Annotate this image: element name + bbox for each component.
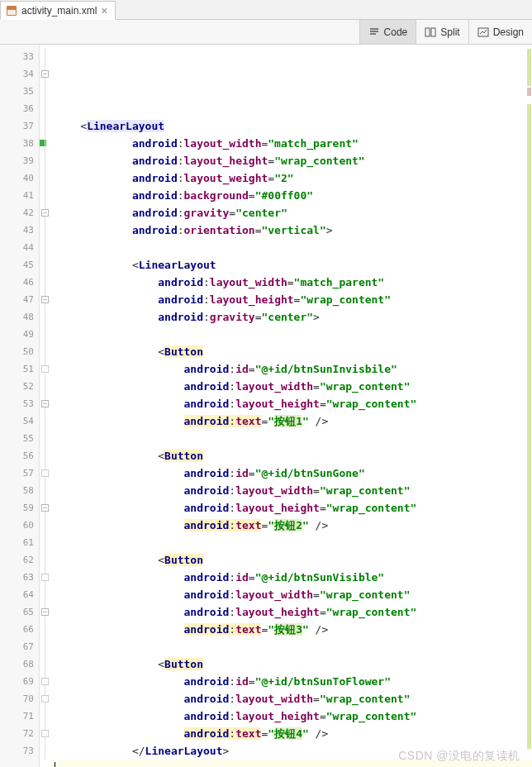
fold-toggle-icon[interactable]: − <box>41 296 49 303</box>
code-line[interactable]: android:text="按钮1" /> <box>51 412 532 430</box>
code-line[interactable]: android:id="@+id/btnSunInvisbile" <box>51 360 532 378</box>
code-line[interactable]: android:background="#00ff00" <box>51 187 532 204</box>
line-number: 38 <box>0 135 39 152</box>
code-line[interactable]: android:layout_width="match_parent" <box>51 274 532 291</box>
code-line[interactable]: android:layout_height="wrap_content" <box>51 603 532 621</box>
gutter: 3334353637383940414243444546474849505152… <box>0 45 40 767</box>
file-tab[interactable]: activity_main.xml × <box>0 1 116 20</box>
code-line[interactable]: <Button <box>51 343 532 360</box>
fold-toggle-icon[interactable]: − <box>41 504 49 512</box>
code-line[interactable]: android:text="按钮2" /> <box>51 517 532 534</box>
line-number: 42 <box>0 204 39 222</box>
line-number: 71 <box>0 707 39 725</box>
code-line[interactable]: android:layout_weight="2" <box>51 169 532 187</box>
code-line[interactable]: android:text="按钮3" /> <box>51 621 532 638</box>
line-number: 53 <box>0 395 39 412</box>
code-line[interactable]: android:gravity="center" <box>51 204 532 222</box>
code-column[interactable]: <LinearLayout android:layout_width="matc… <box>51 45 532 767</box>
fold-cell <box>40 673 51 690</box>
fold-cell <box>40 725 51 742</box>
line-number: 33 <box>0 48 39 65</box>
fold-cell <box>40 655 51 673</box>
line-number: 60 <box>0 517 39 534</box>
line-number: 40 <box>0 169 39 187</box>
code-line[interactable]: <LinearLayout <box>51 256 532 274</box>
fold-cell <box>40 707 51 725</box>
fold-end-icon <box>41 574 49 581</box>
fold-cell: − <box>40 65 51 83</box>
fold-toggle-icon[interactable]: − <box>41 70 49 78</box>
split-view-label: Split <box>440 26 459 38</box>
design-view-button[interactable]: Design <box>468 20 532 44</box>
line-number: 58 <box>0 482 39 499</box>
code-line[interactable]: android:layout_height="wrap_content" <box>51 152 532 169</box>
fold-cell <box>40 83 51 100</box>
code-line[interactable]: android:layout_height="wrap_content" <box>51 499 532 517</box>
code-line[interactable]: android:layout_width="wrap_content" <box>51 482 532 499</box>
code-line[interactable]: android:layout_height="wrap_content" <box>51 707 532 725</box>
fold-cell <box>40 430 51 447</box>
line-number: 59 <box>0 499 39 517</box>
fold-cell <box>40 256 51 274</box>
code-line[interactable]: </LinearLayout> <box>51 742 532 760</box>
code-line[interactable]: android:text="按钮4" /> <box>51 725 532 742</box>
code-icon <box>368 26 380 38</box>
fold-toggle-icon[interactable]: − <box>41 400 49 407</box>
editor-area: 3334353637383940414243444546474849505152… <box>0 45 532 767</box>
fold-cell <box>40 152 51 169</box>
code-line[interactable] <box>51 239 532 256</box>
fold-end-icon <box>41 695 49 703</box>
fold-cell: − <box>40 499 51 517</box>
fold-toggle-icon[interactable]: − <box>41 608 49 616</box>
tab-bar: activity_main.xml × <box>0 0 532 20</box>
fold-cell <box>40 274 51 291</box>
code-line[interactable]: android:orientation="vertical"> <box>51 222 532 239</box>
code-line[interactable]: <Button <box>51 655 532 673</box>
code-line[interactable] <box>51 326 532 343</box>
line-number: 70 <box>0 690 39 707</box>
fold-cell <box>40 586 51 603</box>
code-line[interactable] <box>51 638 532 655</box>
code-line[interactable]: <LinearLayout <box>51 117 532 135</box>
fold-cell <box>40 517 51 534</box>
code-line[interactable]: android:layout_width="wrap_content" <box>51 690 532 707</box>
fold-cell <box>40 569 51 586</box>
line-number: 65 <box>0 603 39 621</box>
code-line[interactable]: android:id="@+id/btnSunToFlower" <box>51 673 532 690</box>
code-line[interactable] <box>51 430 532 447</box>
fold-toggle-icon[interactable]: − <box>41 209 49 217</box>
code-line[interactable] <box>51 100 532 117</box>
fold-cell <box>40 742 51 760</box>
code-line[interactable]: android:id="@+id/btnSunGone" <box>51 464 532 482</box>
fold-cell <box>40 621 51 638</box>
line-number: 67 <box>0 638 39 655</box>
code-line[interactable] <box>51 760 532 767</box>
code-line[interactable]: android:layout_width="wrap_content" <box>51 378 532 395</box>
code-line[interactable]: <Button <box>51 551 532 569</box>
line-number: 49 <box>0 326 39 343</box>
line-number: 64 <box>0 586 39 603</box>
line-number: 68 <box>0 655 39 673</box>
change-marker <box>527 49 531 86</box>
close-icon[interactable]: × <box>101 5 107 17</box>
code-line[interactable]: <Button <box>51 447 532 464</box>
code-view-button[interactable]: Code <box>359 20 416 44</box>
fold-cell <box>40 690 51 707</box>
code-line[interactable]: android:gravity="center"> <box>51 308 532 326</box>
fold-cell <box>40 551 51 569</box>
fold-cell <box>40 48 51 65</box>
code-line[interactable] <box>51 534 532 551</box>
fold-cell <box>40 482 51 499</box>
line-number: 48 <box>0 308 39 326</box>
line-number: 39 <box>0 152 39 169</box>
line-number: 50 <box>0 343 39 360</box>
change-marker <box>527 88 531 96</box>
code-line[interactable]: android:layout_width="wrap_content" <box>51 586 532 603</box>
code-line[interactable]: android:layout_width="match_parent" <box>51 135 532 152</box>
code-line[interactable]: android:layout_height="wrap_content" <box>51 395 532 412</box>
code-line[interactable]: android:id="@+id/btnSunVisible" <box>51 569 532 586</box>
code-line[interactable]: android:layout_height="wrap_content" <box>51 291 532 308</box>
fold-cell <box>40 378 51 395</box>
design-view-label: Design <box>493 26 524 38</box>
split-view-button[interactable]: Split <box>416 20 468 44</box>
